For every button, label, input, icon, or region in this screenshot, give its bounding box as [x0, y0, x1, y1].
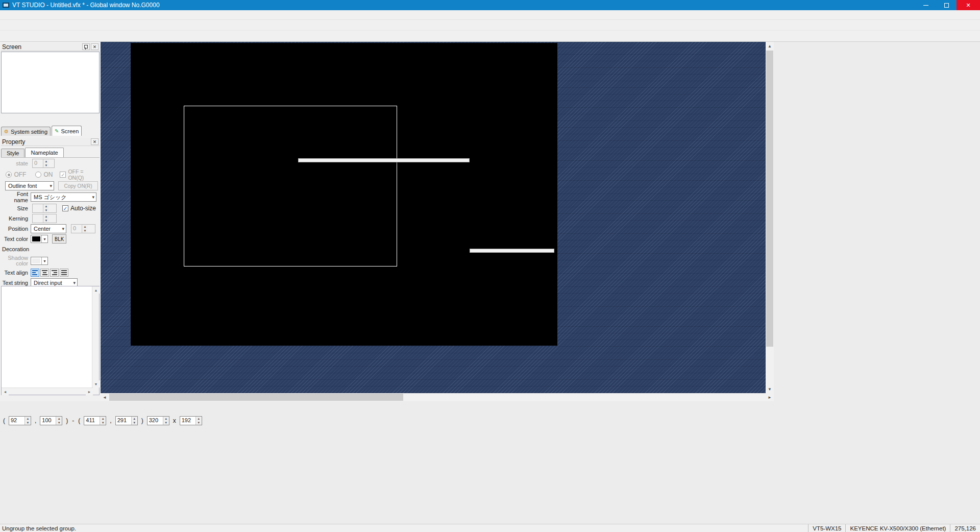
app-icon	[3, 3, 9, 8]
font-name-label: Font name	[2, 191, 31, 203]
y2-spinner[interactable]: 291▲▼	[115, 416, 138, 425]
height-spinner[interactable]: 192▲▼	[180, 416, 202, 425]
off-label: OFF	[14, 171, 26, 178]
align-justify-button[interactable]	[60, 269, 68, 277]
screen-edit-icon: ✎	[55, 128, 59, 134]
window-title: VT STUDIO - Untitled.vfx * - Global wind…	[12, 2, 160, 9]
coordinate-row: ( 92▲▼ , 100▲▼ ) - ( 411▲▼ , 291▲▼ ) 320…	[1, 415, 204, 426]
scroll-down-icon[interactable]: ▼	[92, 380, 100, 388]
canvas-scroll-down-icon[interactable]: ▼	[766, 385, 774, 393]
state-label: state	[2, 160, 31, 166]
scroll-right-icon[interactable]: ►	[86, 388, 93, 395]
state-spinner[interactable]: 0 ▲▼	[32, 159, 55, 168]
canvas-horizontal-scrollbar[interactable]: ◄ ►	[101, 393, 774, 401]
status-plc: KEYENCE KV-X500/X300 (Ethernet)	[845, 524, 950, 532]
property-scroll-area: ▲ ▼ ◄ ►	[1, 286, 100, 395]
pin-icon[interactable]	[82, 43, 90, 50]
property-panel-title: Property	[2, 138, 25, 146]
x2-spinner[interactable]: 411▲▼	[84, 416, 106, 425]
font-type-combo[interactable]: Outline font▾	[5, 181, 54, 190]
view-toolbar	[0, 31, 980, 42]
global-window-outline	[184, 106, 397, 267]
text-string-label: Text string	[2, 280, 31, 286]
gear-icon: ⚙	[4, 129, 9, 134]
vertical-scrollbar[interactable]: ▲ ▼	[92, 286, 99, 395]
close-panel-icon[interactable]: ✕	[91, 43, 99, 50]
tab-nameplate[interactable]: Nameplate	[25, 148, 63, 157]
copy-on-button[interactable]: Copy ON(R)	[58, 181, 98, 190]
close-property-icon[interactable]: ✕	[91, 138, 99, 145]
x1-spinner[interactable]: 92▲▼	[9, 416, 31, 425]
property-tabs: Style Nameplate	[1, 148, 100, 158]
text-color-swatch[interactable]: ▾	[31, 235, 48, 243]
blk-button[interactable]: BLK	[52, 234, 66, 244]
property-panel-header: Property ✕	[1, 138, 100, 146]
tab-style[interactable]: Style	[1, 149, 24, 157]
menubar	[0, 10, 980, 20]
sidebar: Screen ✕ ⚙ System setting ✎ Screen Prope…	[0, 42, 101, 401]
auto-size-label: Auto-size	[70, 205, 96, 212]
minimize-button[interactable]	[916, 0, 936, 10]
size-spinner[interactable]: ▲▼	[32, 204, 57, 213]
kerning-label: Kerning	[2, 215, 31, 222]
text-color-label: Text color	[2, 236, 31, 242]
auto-size-checkbox[interactable]: ✓	[62, 205, 68, 211]
main-toolbar	[0, 20, 980, 31]
horizontal-scrollbar[interactable]: ◄ ►	[2, 388, 93, 395]
position-spinner[interactable]: 0 ▲▼	[71, 224, 95, 233]
text-align-label: Text align	[2, 270, 31, 276]
canvas-scroll-left-icon[interactable]: ◄	[101, 393, 109, 401]
screen-panel-header: Screen ✕	[1, 43, 100, 51]
property-body: state 0 ▲▼ OFF ON ✓ OFF = ON(Q) Outline …	[1, 158, 100, 288]
tab-system-setting[interactable]: ⚙ System setting	[1, 127, 51, 136]
statusbar: Ungroup the selected group. VT5-WX15 KEY…	[0, 524, 980, 532]
editor-canvas[interactable]	[101, 42, 766, 393]
decoration-label: Decoration	[2, 246, 31, 252]
size-label: Size	[2, 205, 31, 211]
vt-studio-window: VT STUDIO - Untitled.vfx * - Global wind…	[0, 0, 980, 532]
off-eq-on-checkbox[interactable]: ✓	[60, 172, 66, 178]
canvas-scroll-up-icon[interactable]: ▲	[766, 42, 774, 50]
on-radio[interactable]	[35, 172, 41, 178]
shadow-color-label: Shadow color	[2, 255, 31, 267]
workspace-tabs: ⚙ System setting ✎ Screen	[1, 125, 100, 136]
maximize-button[interactable]	[936, 0, 957, 10]
screen-tools	[1, 115, 100, 125]
status-model: VT5-WX15	[808, 524, 845, 532]
status-position: 275,126	[950, 524, 980, 532]
scroll-up-icon[interactable]: ▲	[92, 286, 100, 294]
kerning-spinner[interactable]: ▲▼	[32, 214, 57, 223]
group-submenu	[470, 249, 554, 253]
close-button[interactable]: ✕	[957, 0, 980, 10]
width-spinner[interactable]: 320▲▼	[147, 416, 169, 425]
off-eq-on-label: OFF = ON(Q)	[68, 168, 99, 181]
font-name-combo[interactable]: MS ゴシック▾	[31, 192, 96, 202]
on-label: ON	[43, 171, 53, 178]
position-label: Position	[2, 226, 31, 232]
align-left-button[interactable]	[31, 269, 39, 277]
status-message: Ungroup the selected group.	[0, 525, 808, 531]
shadow-color-swatch[interactable]: ▾	[31, 257, 48, 265]
screen-tree	[1, 52, 100, 113]
titlebar: VT STUDIO - Untitled.vfx * - Global wind…	[0, 0, 980, 10]
scroll-left-icon[interactable]: ◄	[2, 388, 9, 395]
tab-screen[interactable]: ✎ Screen	[52, 126, 82, 136]
canvas-vertical-scrollbar[interactable]: ▲ ▼	[766, 42, 774, 393]
off-radio[interactable]	[6, 172, 12, 178]
align-center-button[interactable]	[40, 269, 49, 277]
position-combo[interactable]: Center▾	[31, 224, 66, 233]
y1-spinner[interactable]: 100▲▼	[40, 416, 62, 425]
align-right-button[interactable]	[50, 269, 59, 277]
canvas-scroll-right-icon[interactable]: ►	[766, 393, 774, 401]
context-menu	[298, 158, 470, 162]
screen-panel-title: Screen	[2, 43, 21, 51]
